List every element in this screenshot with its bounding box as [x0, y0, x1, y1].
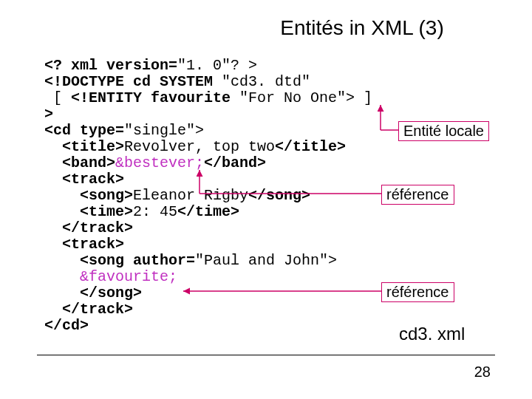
line-2: <!DOCTYPE cd SYSTEM "cd3. dtd": [44, 73, 310, 90]
line-13: <song author="Paul and John">: [44, 252, 337, 269]
code-block: <? xml version="1. 0"? > <!DOCTYPE cd SY…: [44, 58, 372, 334]
label-reference-1: référence: [381, 185, 454, 205]
label-reference-2: référence: [381, 282, 454, 302]
line-14: &favourite;: [44, 268, 177, 285]
line-15: </song>: [44, 284, 142, 301]
line-7: <band>&bestever;</band>: [44, 154, 266, 171]
line-8: <track>: [44, 171, 124, 188]
line-1: <? xml version="1. 0"? >: [44, 57, 257, 74]
line-12: <track>: [44, 236, 124, 253]
line-9: <song>Eleanor Rigby</song>: [44, 187, 310, 204]
footer-rule: [37, 355, 495, 355]
line-5: <cd type="single">: [44, 122, 204, 139]
slide: Entités in XML (3) <? xml version="1. 0"…: [0, 0, 532, 399]
line-10: <time>2: 45</time>: [44, 203, 239, 220]
line-11: </track>: [44, 219, 133, 236]
filename-caption: cd3. xml: [399, 324, 465, 344]
line-3: [ <!ENTITY favourite "For No One"> ]: [44, 89, 372, 106]
line-6: <title>Revolver, top two</title>: [44, 138, 346, 155]
label-entite-locale: Entité locale: [398, 121, 489, 141]
line-17: </cd>: [44, 317, 89, 334]
page-number: 28: [474, 364, 491, 381]
line-16: </track>: [44, 301, 133, 318]
slide-title: Entités in XML (3): [0, 16, 532, 40]
line-4: >: [44, 106, 53, 123]
